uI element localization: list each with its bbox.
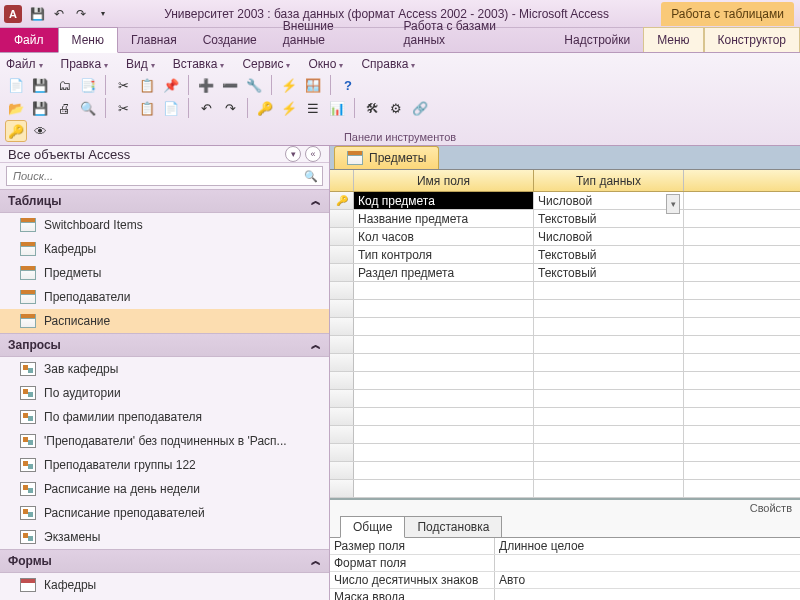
field-desc-cell[interactable] — [684, 192, 800, 209]
undo2-icon[interactable]: ↶ — [196, 98, 216, 118]
field-desc-cell[interactable] — [684, 444, 800, 461]
field-type-cell[interactable]: Текстовый — [534, 246, 684, 263]
nav-item-query[interactable]: Экзамены — [0, 525, 329, 549]
field-name-cell[interactable]: Кол часов — [354, 228, 534, 245]
print-icon[interactable]: 🖨 — [54, 98, 74, 118]
nav-collapse-icon[interactable]: « — [305, 146, 321, 162]
field-row[interactable] — [330, 426, 800, 444]
row-selector[interactable] — [330, 264, 354, 281]
column-header-field[interactable]: Имя поля — [354, 170, 534, 191]
row-selector[interactable] — [330, 372, 354, 389]
ribbon-tab[interactable]: Надстройки — [551, 28, 643, 52]
row-selector[interactable] — [330, 318, 354, 335]
ribbon-tab[interactable]: Создание — [190, 28, 270, 52]
cut2-icon[interactable]: ✂ — [113, 98, 133, 118]
field-row[interactable] — [330, 318, 800, 336]
cut-icon[interactable]: ✂ — [113, 75, 133, 95]
nav-item-table[interactable]: Предметы — [0, 261, 329, 285]
qat-customize-icon[interactable]: ▾ — [94, 5, 112, 23]
field-type-cell[interactable] — [534, 462, 684, 479]
column-header-type[interactable]: Тип данных — [534, 170, 684, 191]
nav-item-table[interactable]: Преподаватели — [0, 285, 329, 309]
field-name-cell[interactable] — [354, 354, 534, 371]
open-icon[interactable]: 📂 — [6, 98, 26, 118]
new-icon[interactable]: 📄 — [6, 75, 26, 95]
field-row[interactable] — [330, 444, 800, 462]
search-icon[interactable]: 🔍 — [304, 170, 318, 183]
row-selector[interactable] — [330, 408, 354, 425]
field-type-cell[interactable] — [534, 336, 684, 353]
property-value[interactable] — [495, 589, 800, 600]
field-desc-cell[interactable] — [684, 372, 800, 389]
nav-item-query[interactable]: Зав кафедры — [0, 357, 329, 381]
lightning-icon[interactable]: ⚡ — [279, 98, 299, 118]
ribbon-tab[interactable]: Работа с базами данных — [390, 14, 551, 52]
menu-window[interactable]: Окно — [308, 57, 343, 71]
row-selector[interactable] — [330, 426, 354, 443]
field-type-cell[interactable] — [534, 444, 684, 461]
field-name-cell[interactable] — [354, 372, 534, 389]
field-name-cell[interactable] — [354, 318, 534, 335]
row-selector[interactable] — [330, 192, 354, 209]
property-row[interactable]: Формат поля — [330, 555, 800, 572]
field-row[interactable] — [330, 390, 800, 408]
field-type-cell[interactable] — [534, 480, 684, 497]
nav-item-table[interactable]: Расписание — [0, 309, 329, 333]
field-desc-cell[interactable] — [684, 480, 800, 497]
field-row[interactable] — [330, 462, 800, 480]
field-row[interactable] — [330, 372, 800, 390]
field-row[interactable] — [330, 336, 800, 354]
field-name-cell[interactable] — [354, 390, 534, 407]
menu-help[interactable]: Справка — [361, 57, 415, 71]
row-selector[interactable] — [330, 228, 354, 245]
property-value[interactable]: Длинное целое — [495, 538, 800, 554]
field-type-cell[interactable] — [534, 318, 684, 335]
field-row[interactable]: Тип контроляТекстовый — [330, 246, 800, 264]
paste-icon[interactable]: 📌 — [161, 75, 181, 95]
field-name-cell[interactable] — [354, 426, 534, 443]
row-selector[interactable] — [330, 462, 354, 479]
field-row[interactable]: Раздел предметаТекстовый — [330, 264, 800, 282]
field-desc-cell[interactable] — [684, 354, 800, 371]
field-row[interactable] — [330, 282, 800, 300]
field-desc-cell[interactable] — [684, 336, 800, 353]
row-selector[interactable] — [330, 354, 354, 371]
row-selector[interactable] — [330, 480, 354, 497]
ribbon-tab-ctx[interactable]: Конструктор — [704, 27, 800, 52]
nav-item-query[interactable]: По фамилии преподавателя — [0, 405, 329, 429]
field-desc-cell[interactable] — [684, 210, 800, 227]
nav-item-table[interactable]: Switchboard Items — [0, 213, 329, 237]
field-name-cell[interactable]: Код предмета — [354, 192, 534, 209]
field-row[interactable]: Код предметаЧисловой — [330, 192, 800, 210]
field-type-cell[interactable] — [534, 300, 684, 317]
field-desc-cell[interactable] — [684, 246, 800, 263]
tool1-icon[interactable]: 🛠 — [362, 98, 382, 118]
field-type-cell[interactable]: Числовой — [534, 228, 684, 245]
field-desc-cell[interactable] — [684, 390, 800, 407]
column-header-desc[interactable] — [684, 170, 800, 191]
undo-icon[interactable]: ↶ — [50, 5, 68, 23]
field-desc-cell[interactable] — [684, 318, 800, 335]
field-name-cell[interactable] — [354, 282, 534, 299]
field-row[interactable] — [330, 354, 800, 372]
save2-icon[interactable]: 💾 — [30, 98, 50, 118]
row-selector-header[interactable] — [330, 170, 354, 191]
property-tab-general[interactable]: Общие — [340, 516, 405, 538]
field-type-cell[interactable] — [534, 354, 684, 371]
field-desc-cell[interactable] — [684, 282, 800, 299]
tool2-icon[interactable]: ⚙ — [386, 98, 406, 118]
nav-item-query[interactable]: По аудитории — [0, 381, 329, 405]
ribbon-tab-ctx[interactable]: Меню — [643, 27, 703, 52]
field-name-cell[interactable] — [354, 336, 534, 353]
field-name-cell[interactable] — [354, 408, 534, 425]
sheet-icon[interactable]: 📊 — [327, 98, 347, 118]
property-row[interactable]: Число десятичных знаковАвто — [330, 572, 800, 589]
file-tab[interactable]: Файл — [0, 28, 58, 52]
nav-item-query[interactable]: Расписание преподавателей — [0, 501, 329, 525]
row-selector[interactable] — [330, 300, 354, 317]
tool3-icon[interactable]: 🔗 — [410, 98, 430, 118]
window-icon[interactable]: 🪟 — [303, 75, 323, 95]
field-type-cell[interactable]: Текстовый — [534, 210, 684, 227]
field-type-cell[interactable] — [534, 372, 684, 389]
menu-view[interactable]: Вид — [126, 57, 155, 71]
